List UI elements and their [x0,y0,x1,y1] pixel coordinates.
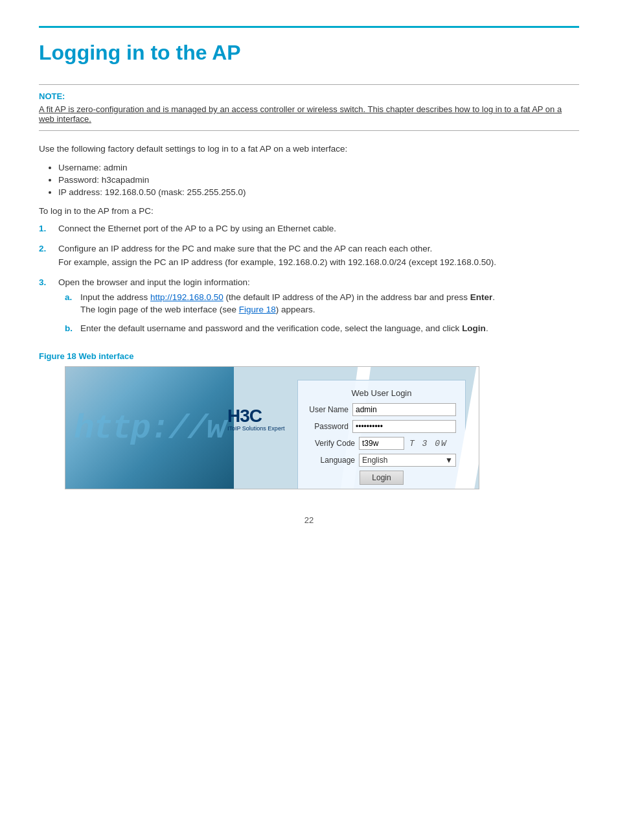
language-value: English [362,456,387,465]
step-text: Configure an IP address for the PC and m… [58,244,579,253]
sub-step-b: b. Enter the default username and passwo… [65,323,579,336]
note-label: NOTE: [39,91,579,101]
step-sub-text: For example, assign the PC an IP address… [58,257,579,267]
step-2: 2. Configure an IP address for the PC an… [39,244,579,271]
top-border [39,26,579,28]
password-label: Password [307,422,352,431]
sub-step-letter: b. [65,323,80,336]
sub-step-text: Enter the default username and password … [80,323,579,333]
sub-step-letter: a. [65,292,80,317]
username-label: User Name [307,405,352,414]
figure-link[interactable]: Figure 18 [239,305,276,314]
verify-image: T 3 0W [409,439,448,449]
list-item: IP address: 192.168.0.50 (mask: 255.255.… [58,187,579,197]
step-text: Open the browser and input the login inf… [58,277,579,287]
intro-text: Use the following factory default settin… [39,144,579,154]
sub-step-text: Input the address http://192.168.0.50 (t… [80,292,579,302]
steps-intro: To log in to the AP from a PC: [39,206,579,216]
step-number: 3. [39,277,58,342]
sub-step-a: a. Input the address http://192.168.0.50… [65,292,579,317]
language-select[interactable]: English ▼ [359,454,456,467]
login-form: Web User Login User Name Password Verify… [297,380,466,489]
figure-container: http://w H3C IToIP Solutions Expert Web … [65,366,479,489]
watermark-text: http://w [65,367,234,489]
logo-text: H3C [227,406,262,426]
logo-tagline: IToIP Solutions Expert [227,425,284,432]
page-title: Logging in to the AP [39,41,579,65]
sub-steps-list: a. Input the address http://192.168.0.50… [65,292,579,336]
step-number: 1. [39,224,58,237]
verify-row: Verify Code T 3 0W [307,437,456,450]
login-title: Web User Login [307,388,456,398]
step-number: 2. [39,244,58,271]
language-label: Language [307,456,359,465]
list-item: Username: admin [58,163,579,172]
page-number: 22 [39,515,579,525]
username-input[interactable] [352,403,456,416]
username-row: User Name [307,403,456,416]
dropdown-arrow-icon: ▼ [445,456,453,465]
login-button-row: Login [307,471,456,485]
note-box: NOTE: A fit AP is zero-configuration and… [39,84,579,131]
verify-label: Verify Code [307,439,359,448]
defaults-list: Username: admin Password: h3capadmin IP … [58,163,579,197]
figure-background-image: http://w [65,367,234,489]
note-text: A fit AP is zero-configuration and is ma… [39,104,579,124]
step-3: 3. Open the browser and input the login … [39,277,579,342]
sub-step-note: The login page of the web interface (see… [80,305,579,314]
list-item: Password: h3capadmin [58,175,579,185]
login-button[interactable]: Login [360,471,403,485]
h3c-logo: H3C IToIP Solutions Expert [227,406,284,432]
ap-link[interactable]: http://192.168.0.50 [150,292,223,302]
step-1: 1. Connect the Ethernet port of the AP t… [39,224,579,237]
password-input[interactable] [352,420,456,433]
language-row: Language English ▼ [307,454,456,467]
password-row: Password [307,420,456,433]
step-text: Connect the Ethernet port of the AP to a… [58,224,579,233]
verify-input[interactable] [359,437,404,450]
figure-caption: Figure 18 Web interface [39,351,579,361]
steps-list: 1. Connect the Ethernet port of the AP t… [39,224,579,342]
